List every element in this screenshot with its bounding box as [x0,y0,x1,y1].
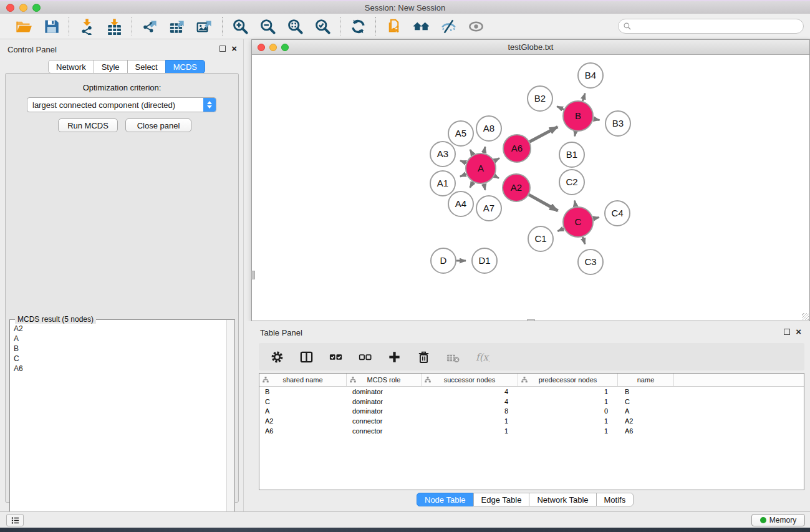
network-window-controls[interactable] [258,44,289,51]
edge-A2-C[interactable] [529,195,558,211]
network-graph[interactable]: B4B2BB3A8A5A6A3B1AA1C2A2A4A7C4CC1DD1C3 [252,55,809,321]
table-row[interactable]: Cdominator41C [259,397,804,407]
edge-A-A2[interactable] [494,176,499,178]
table-cell[interactable]: dominator [347,388,422,395]
network-close-button[interactable] [258,44,265,51]
import-table-button[interactable] [105,17,123,36]
task-history-button[interactable] [6,514,24,526]
zoom-fit-button[interactable] [286,17,304,36]
table-header-row[interactable]: shared nameMCDS rolesuccessor nodesprede… [259,374,804,387]
column-header-MCDS-role[interactable]: MCDS role [347,374,422,386]
show-eye-button[interactable] [466,17,485,36]
gear-button[interactable] [269,349,285,365]
edge-C-C4[interactable] [593,218,599,219]
edge-B-B3[interactable] [594,119,600,120]
close-panel-button[interactable]: Close panel [125,118,191,132]
network-vertical-scrollbar[interactable] [251,271,255,279]
table-cell[interactable]: 4 [422,398,518,405]
result-item[interactable]: A2 [14,324,226,334]
edge-C-C2[interactable] [575,201,576,207]
table-cell[interactable]: 1 [422,427,518,435]
result-item[interactable]: B [14,344,226,354]
result-item[interactable]: A [14,334,226,344]
search-field[interactable] [618,19,804,34]
run-mcds-button[interactable]: Run MCDS [58,118,118,132]
close-panel-icon[interactable]: × [231,46,237,52]
tab-mcds[interactable]: MCDS [165,60,205,74]
optimization-criterion-select[interactable]: largest connected component (directed) [27,97,216,112]
column-header-predecessor-nodes[interactable]: predecessor nodes [518,374,618,386]
network-window-titlebar[interactable]: testGlobe.txt [252,40,809,55]
export-network-button[interactable] [140,17,159,36]
mcds-result-list[interactable]: A2ABCA6 [10,320,226,531]
import-network-button[interactable] [77,17,96,36]
resize-handle[interactable] [802,313,809,320]
table-cell[interactable]: B [618,388,674,395]
table-cell[interactable]: 0 [518,407,618,415]
table-cell[interactable]: A6 [259,427,347,435]
delete-button[interactable] [415,349,432,365]
tab-motifs[interactable]: Motifs [596,493,634,506]
tab-select[interactable]: Select [127,60,166,74]
tab-node-table[interactable]: Node Table [417,493,474,506]
network-zoom-button[interactable] [281,44,289,51]
edge-A-A5[interactable] [470,150,473,155]
network-minimize-button[interactable] [269,44,277,51]
table-cell[interactable]: 1 [422,417,518,425]
hide-eye-button[interactable] [439,17,458,36]
tab-edge-table[interactable]: Edge Table [473,493,530,506]
table-cell[interactable]: dominator [347,407,422,415]
search-input[interactable] [634,20,803,32]
column-header-successor-nodes[interactable]: successor nodes [422,374,518,386]
column-header-shared-name[interactable]: shared name [259,374,347,386]
table-cell[interactable]: A6 [618,427,674,435]
tab-network-table[interactable]: Network Table [529,493,596,506]
columns-button[interactable] [298,349,314,365]
network-canvas[interactable]: B4B2BB3A8A5A6A3B1AA1C2A2A4A7C4CC1DD1C3 [252,55,809,321]
node-table[interactable]: shared nameMCDS rolesuccessor nodesprede… [259,373,804,490]
table-cell[interactable]: 1 [518,398,618,405]
table-cell[interactable]: 1 [518,388,618,395]
table-row[interactable]: A6connector11A6 [259,426,804,436]
deselect-all-button[interactable] [357,349,373,365]
zoom-window-button[interactable] [32,4,41,12]
add-button[interactable] [386,349,402,365]
tab-style[interactable]: Style [94,60,128,74]
table-cell[interactable]: connector [347,427,422,435]
edge-A6-B[interactable] [529,127,557,142]
table-cell[interactable]: 1 [518,417,618,425]
edge-A-A1[interactable] [460,174,466,177]
table-cell[interactable]: C [618,398,674,405]
edge-A-A8[interactable] [484,147,485,153]
float-table-panel-icon[interactable] [784,329,790,335]
minimize-window-button[interactable] [19,4,27,12]
edge-B-B4[interactable] [582,94,585,101]
table-row[interactable]: Bdominator41B [259,387,804,397]
edge-C-C1[interactable] [557,228,564,231]
edge-C-C3[interactable] [582,237,585,244]
home-button[interactable] [412,17,430,36]
save-session-button[interactable] [42,17,60,36]
table-cell[interactable]: A2 [618,417,674,425]
open-file-button[interactable] [14,17,33,36]
edge-B-B1[interactable] [575,132,576,137]
column-header-name[interactable]: name [618,374,674,386]
zoom-in-button[interactable] [231,17,249,36]
table-row[interactable]: A2connector11A2 [259,416,804,426]
result-item[interactable]: A6 [14,364,226,374]
table-row[interactable]: Adominator80A [259,407,804,417]
new-network-from-file-button[interactable] [384,17,403,36]
table-cell[interactable]: connector [347,417,422,425]
table-cell[interactable]: A2 [259,417,347,425]
table-cell[interactable]: C [259,398,347,405]
edge-A-A3[interactable] [460,161,466,163]
zoom-out-button[interactable] [258,17,277,36]
table-cell[interactable]: 8 [422,407,518,415]
export-table-button[interactable] [168,17,186,36]
table-cell[interactable]: 1 [518,427,618,435]
select-all-button[interactable] [327,349,344,365]
float-panel-icon[interactable] [219,46,226,52]
memory-button[interactable]: Memory [751,514,805,526]
table-cell[interactable]: A [259,407,347,415]
close-table-panel-icon[interactable]: × [796,329,801,335]
